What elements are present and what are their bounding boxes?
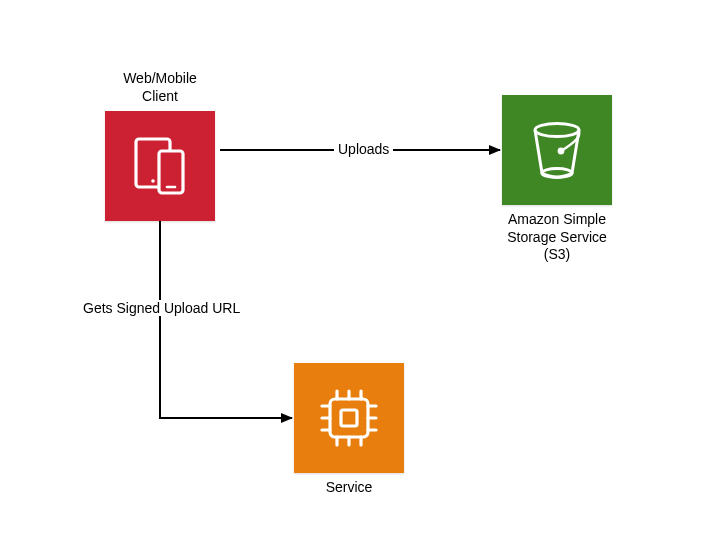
client-icon-box	[105, 111, 215, 221]
svg-point-6	[558, 148, 565, 155]
svg-point-5	[542, 169, 572, 178]
svg-point-4	[535, 124, 579, 137]
s3-icon-box	[502, 95, 612, 205]
bucket-icon	[522, 115, 592, 185]
service-icon-box	[294, 363, 404, 473]
mobile-tablet-icon	[125, 131, 195, 201]
edge-label-uploads: Uploads	[334, 141, 393, 157]
node-s3-label: Amazon Simple Storage Service (S3)	[502, 211, 612, 264]
node-service-label: Service	[294, 479, 404, 497]
node-s3: Amazon Simple Storage Service (S3)	[502, 95, 612, 264]
svg-rect-7	[330, 399, 368, 437]
node-service: Service	[294, 363, 404, 497]
svg-rect-8	[341, 410, 357, 426]
node-client: Web/Mobile Client	[105, 70, 215, 221]
svg-point-1	[151, 179, 155, 183]
edge-label-signed-url: Gets Signed Upload URL	[79, 300, 244, 316]
chip-icon	[312, 381, 386, 455]
node-client-label: Web/Mobile Client	[105, 70, 215, 105]
